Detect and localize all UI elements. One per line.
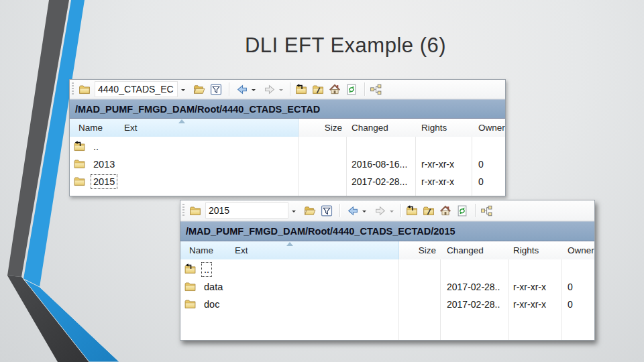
back-history-caret-icon[interactable] [362,210,366,215]
back-history-caret-icon[interactable] [252,89,256,93]
file-name: 2015 [91,175,117,188]
toolbar-separator [400,204,401,217]
file-row-up[interactable]: .. [180,261,594,278]
file-list: .. 2013 2016-08-16... r-xr-xr-x 0 2015 2… [70,137,505,196]
chevron-down-icon[interactable] [292,210,296,215]
folder-up-icon [73,141,86,152]
toolbar-grip[interactable] [182,204,184,217]
file-owner: 0 [478,156,484,173]
folder-icon [73,176,86,187]
directory-combo-value: 4440_CTADS_EC [95,84,177,95]
forward-history-caret-icon[interactable] [390,210,394,215]
toolbar: 2015 [180,200,594,221]
toolbar-separator [229,82,229,96]
file-changed: 2017-02-28.. [447,278,500,296]
file-row-up[interactable]: .. [70,138,505,156]
file-owner: 0 [568,278,573,296]
file-row[interactable]: doc 2017-02-28.. r-xr-xr-x 0 [180,296,594,313]
file-owner: 0 [568,296,573,313]
toolbar-separator [475,204,476,217]
page-title: DLI EFT Example (6) [195,34,496,58]
column-header-owner[interactable]: Owner [568,241,594,259]
toolbar-grip[interactable] [72,82,74,96]
root-directory-icon[interactable] [423,205,435,217]
column-header-ext[interactable]: Ext [124,119,138,137]
folder-up-icon [184,263,197,275]
forward-icon[interactable] [374,205,386,217]
folder-icon [73,158,86,170]
file-row[interactable]: 2013 2016-08-16... r-xr-xr-x 0 [70,156,505,173]
column-header-changed[interactable]: Changed [352,119,388,137]
toolbar: 4440_CTADS_EC [70,80,505,99]
open-directory-icon[interactable] [304,205,316,217]
column-header-ext[interactable]: Ext [235,241,248,259]
file-rights: r-xr-xr-x [421,156,454,173]
refresh-icon[interactable] [345,84,358,95]
column-header-rights[interactable]: Rights [513,241,539,259]
chevron-down-icon[interactable] [181,89,185,93]
column-header-name[interactable]: Name [78,119,103,137]
column-header-size[interactable]: Size [298,119,342,137]
column-header-rights[interactable]: Rights [421,119,447,137]
slide: DLI EFT Example (6) 4440_CTADS_EC /MAD [0,0,644,362]
file-name: doc [202,298,221,311]
directory-tree-icon[interactable] [370,84,382,95]
session-folder-icon [78,84,91,95]
toolbar-separator [364,82,365,96]
directory-combo[interactable]: 4440_CTADS_EC [95,81,178,97]
column-header-changed[interactable]: Changed [447,241,484,259]
file-owner: 0 [478,173,484,190]
file-changed: 2017-02-28... [352,173,407,190]
parent-directory-icon[interactable] [406,205,418,217]
file-name: .. [91,140,101,154]
column-header-size[interactable]: Size [398,241,436,259]
refresh-icon[interactable] [456,205,468,217]
filter-icon[interactable] [321,205,333,217]
home-directory-icon[interactable] [439,205,451,217]
folder-icon [184,298,197,310]
column-header-row: Name Ext Size Changed Rights Owner [70,119,505,137]
file-name: 2013 [91,158,117,171]
file-panel-child: 2015 /MAD_PUMF_FMGD_DAM/Root/4440_CTADS_… [180,200,595,341]
filter-icon[interactable] [210,84,222,95]
home-directory-icon[interactable] [329,84,341,95]
address-bar[interactable]: /MAD_PUMF_FMGD_DAM/Root/4440_CTADS_ECTAD… [180,221,594,241]
directory-tree-icon[interactable] [480,205,492,217]
toolbar-separator [339,204,340,217]
folder-icon [184,281,197,292]
file-list: .. data 2017-02-28.. r-xr-xr-x 0 doc 201… [180,259,594,340]
parent-directory-icon[interactable] [295,84,307,95]
address-bar[interactable]: /MAD_PUMF_FMGD_DAM/Root/4440_CTADS_ECTAD [70,99,505,119]
column-header-row: Name Ext Size Changed Rights Owner [180,241,594,260]
file-name: .. [202,263,211,276]
column-header-name[interactable]: Name [189,241,213,259]
column-header-owner[interactable]: Owner [478,119,505,137]
toolbar-separator [290,82,290,96]
file-rights: r-xr-xr-x [513,296,546,313]
sort-ascending-icon [178,119,185,123]
directory-combo[interactable]: 2015 [205,202,288,219]
sort-ascending-icon [286,242,293,246]
file-changed: 2017-02-28.. [447,296,500,313]
back-icon[interactable] [236,84,248,95]
file-name: data [202,280,225,294]
directory-combo-value: 2015 [206,205,288,216]
file-rights: r-xr-xr-x [421,173,454,190]
file-changed: 2016-08-16... [352,156,407,173]
session-folder-icon [189,205,201,217]
file-row[interactable]: 2015 2017-02-28... r-xr-xr-x 0 [70,173,505,190]
forward-history-caret-icon[interactable] [279,89,283,93]
root-directory-icon[interactable] [312,84,324,95]
open-directory-icon[interactable] [193,84,205,95]
file-panel-parent: 4440_CTADS_EC /MAD_PUMF_FMGD_DAM/Root/44… [69,79,506,196]
back-icon[interactable] [347,205,359,217]
file-rights: r-xr-xr-x [513,278,546,296]
file-row[interactable]: data 2017-02-28.. r-xr-xr-x 0 [180,278,594,296]
forward-icon[interactable] [264,84,276,95]
